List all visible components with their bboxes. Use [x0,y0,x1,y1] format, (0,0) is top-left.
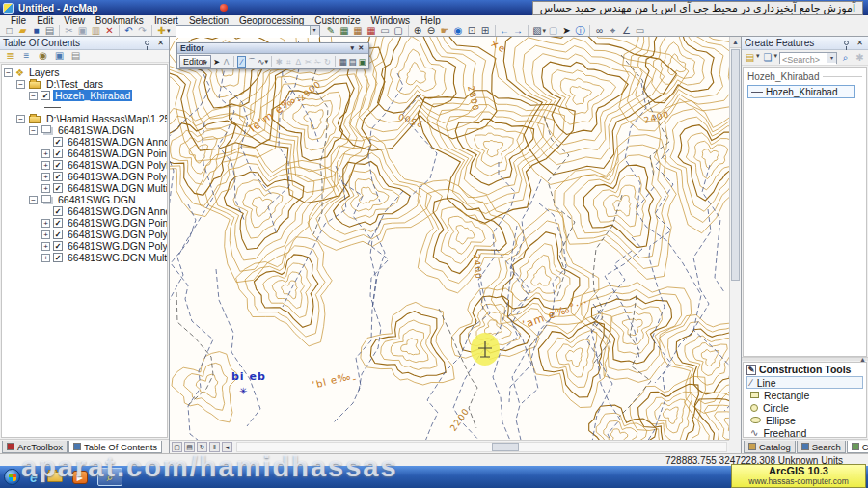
construction-tool-circle[interactable]: Circle [746,401,863,414]
new-template-button[interactable]: ❏ [762,52,774,64]
cut-button[interactable]: ✂ [63,25,75,37]
list-by-visibility-button[interactable]: ◉ [37,50,49,62]
edit-vertices-tool[interactable]: ⌗ [285,56,293,68]
feature-template-hozeh-khirabad[interactable]: Hozeh_Khirabad [747,85,855,98]
create-features-button[interactable]: ▣ [358,56,366,68]
point-tool[interactable]: ✱ [275,56,284,68]
delete-button[interactable]: ✕ [103,25,116,37]
toc-tree-row[interactable]: +✓66481SWG.DGN Polygon [2,240,167,252]
layer-checkbox[interactable]: ✓ [53,206,63,216]
back-extent-button[interactable]: ← [499,25,511,37]
template-group-header[interactable]: Hozeh_Khirabad [747,71,862,82]
redo-button[interactable]: ↷ [136,25,149,37]
collapse-icon[interactable]: − [16,80,25,89]
fixed-zoom-out-button[interactable]: ⊞ [479,25,492,37]
sketch-properties-button[interactable]: ▤ [348,56,357,68]
toc-tree-row[interactable]: +✓66481SWA.DGN MultiPatch [2,182,167,194]
expand-icon[interactable]: + [41,173,50,181]
toc-tree-row[interactable]: +✓66481SWA.DGN Point [2,148,167,159]
horizontal-scroll-thumb[interactable] [492,443,519,451]
construction-tool-ellipse[interactable]: Ellipse [746,414,863,426]
data-view-button[interactable]: ▢ [172,442,182,452]
map-horizontal-scrollbar[interactable] [236,442,727,452]
toc-tree-row[interactable]: +✓66481SWG.DGN Point [2,217,167,229]
editor-window-titlebar[interactable]: Editor ▾ ✕ [177,43,368,54]
zoom-in-button[interactable]: ⊕ [412,25,424,37]
scroll-left-button[interactable]: ◂ [222,442,232,452]
scroll-up-icon[interactable]: ▲ [730,37,741,48]
endpoint-arc-tool[interactable]: ⌒ [247,56,256,68]
list-by-selection-button[interactable]: ▣ [53,50,66,62]
media-player-icon[interactable]: ▶ [72,471,88,484]
toc-tree-row[interactable]: ✓66481SWG.DGN Annotation [2,205,167,217]
start-button[interactable] [4,469,20,485]
tab-search[interactable]: Search [797,441,846,453]
internet-explorer-icon[interactable]: e [30,470,38,485]
template-search-box[interactable]: ▾ [779,52,837,64]
toc-tree-row[interactable]: +✓66481SWG.DGN MultiPatch [2,252,167,263]
open-document-button[interactable]: ▰ [16,25,29,37]
pause-drawing-button[interactable]: ‖ [209,442,220,452]
attributes-button[interactable]: ▦ [339,56,347,68]
expand-icon[interactable]: + [41,184,50,193]
layer-checkbox[interactable]: ✓ [53,230,63,239]
toc-tree-row[interactable]: +✓66481SWA.DGN Polygon [2,171,167,182]
table-of-contents-toggle[interactable]: ▦ [339,25,351,37]
cut-polygons-tool[interactable]: ✂ [304,56,312,68]
search-window-button[interactable]: ▦ [366,25,378,37]
layer-checkbox[interactable]: ✓ [53,183,63,193]
copy-button[interactable]: ▣ [76,25,89,37]
tab-arctoolbox[interactable]: ArcToolbox [2,441,68,453]
new-template-button-dropdown[interactable]: ▾ [774,52,778,64]
identify-button[interactable]: ⓘ [574,25,586,37]
panel-splitter[interactable]: ▲ [742,357,868,361]
expand-icon[interactable]: + [41,230,50,239]
map-canvas[interactable] [170,37,729,440]
toc-tree-row[interactable]: −✓Hozeh_Khirabad [2,90,167,101]
organize-templates-button-dropdown[interactable]: ▾ [756,52,760,64]
construction-tool-freehand[interactable]: ∿Freehand [746,426,863,439]
menu-selection[interactable]: Selection [184,15,233,26]
organize-templates-button[interactable]: ▤ [744,52,756,64]
expand-icon[interactable]: + [41,254,50,262]
zoom-out-button[interactable]: ⊖ [425,25,438,37]
forward-extent-button[interactable]: → [512,25,525,37]
measure-button[interactable]: ∠ [620,25,633,37]
layer-checkbox[interactable]: ✓ [53,241,63,251]
pin-icon[interactable] [145,41,149,45]
catalog-window-button[interactable]: ▦ [352,25,365,37]
toc-tree-row[interactable]: −66481SWG.DGN [2,194,167,205]
map-vertical-scrollbar[interactable]: ▲ [729,37,741,440]
edit-tool[interactable]: ➤ [212,56,221,68]
arctoolbox-window-button[interactable]: ▭ [379,25,392,37]
collapse-icon[interactable]: − [16,115,25,123]
layer-checkbox[interactable]: ✓ [53,172,63,181]
editor-menu-button[interactable]: Editor▾ [179,55,211,68]
list-by-drawing-order-button[interactable]: ≣ [4,50,16,62]
tab-table-of-contents[interactable]: Table Of Contents [68,441,162,453]
chevron-down-icon[interactable]: ▾ [827,53,836,63]
split-tool[interactable]: ✁ [313,56,322,68]
expand-icon[interactable]: + [41,149,50,158]
html-popup-button[interactable]: ▭ [634,25,646,37]
pin-icon[interactable] [844,41,849,45]
editor-toolbar-toggle[interactable]: ✎ [325,25,338,37]
rotate-tool[interactable]: ↻ [323,56,332,68]
toc-options-button[interactable]: ▤ [69,50,82,62]
save-document-button[interactable]: ■ [30,25,42,37]
menu-geoprocessing[interactable]: Geoprocessing [234,15,309,26]
new-document-button[interactable]: □ [3,25,15,37]
full-extent-button[interactable]: ◉ [452,25,465,37]
pan-button[interactable]: ☛ [439,25,451,37]
toc-tree-row[interactable]: ✓66481SWA.DGN Annotation [2,136,167,148]
map-scale-input[interactable] [176,29,319,38]
editor-menu-dropdown[interactable]: ▾ [204,59,208,66]
trace-tool-dropdown[interactable]: ▾ [264,58,268,66]
list-by-source-button[interactable]: ≡ [20,50,33,62]
collapse-icon[interactable]: − [4,68,13,77]
tab-catalog[interactable]: Catalog [744,441,796,453]
toc-tree-row[interactable]: +✓66481SWG.DGN Polyline [2,229,167,240]
toc-tree-row[interactable]: −D:\Hamid Hassas\Map\1.25000\66481SW [2,113,167,124]
add-data-button-dropdown[interactable]: ▾ [167,27,171,35]
layer-checkbox[interactable]: ✓ [41,91,50,100]
